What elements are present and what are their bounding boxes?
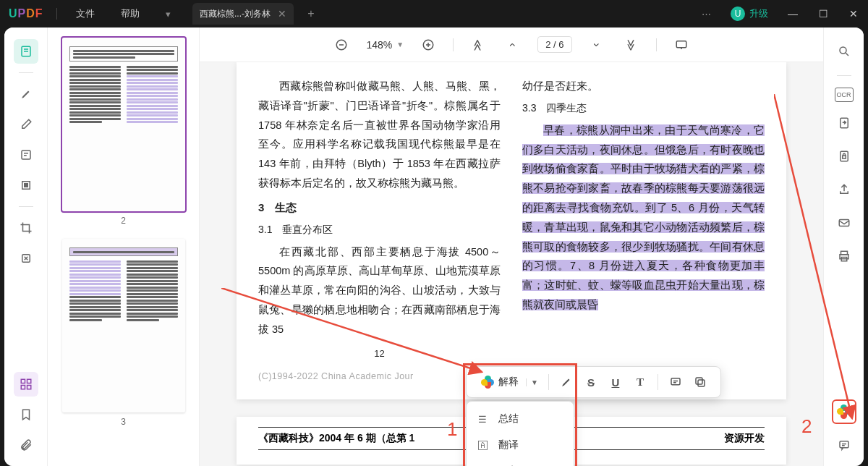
page-content: 西藏棕熊曾称叫做藏马熊、人熊、马熊、黑，藏语译音"折蒙"、门巴语译音"折冬"。棕… <box>237 62 786 399</box>
subsection-heading: 3.3 四季生态 <box>522 99 765 118</box>
ai-explain-button[interactable]: 解释 <box>475 376 524 389</box>
svg-rect-11 <box>676 41 686 47</box>
ai-petal-icon <box>481 376 494 389</box>
list-icon: ☰ <box>478 414 490 425</box>
next-page-button[interactable]: › <box>587 35 607 55</box>
menu-file[interactable]: 文件 <box>63 0 108 27</box>
upgrade-button[interactable]: U 升级 <box>722 7 777 21</box>
subsection-heading: 3.1 垂直分布区 <box>258 221 501 240</box>
shape-tool-icon[interactable] <box>14 173 38 198</box>
add-tab-button[interactable]: + <box>304 7 318 21</box>
journal-title: 《西藏科技》2004 年 6 期（总第 1 <box>258 432 414 445</box>
svg-rect-23 <box>696 378 702 384</box>
section-heading: 3 生态 <box>258 198 501 218</box>
viewer-toolbar: 148%▼ ≪ ‹ 2 / 6 › ≫ <box>200 27 823 62</box>
svg-rect-7 <box>21 386 25 389</box>
menu-help[interactable]: 帮助 <box>108 0 153 27</box>
ocr-icon[interactable]: OCR <box>835 88 854 102</box>
prev-page-button[interactable]: ‹ <box>503 35 523 55</box>
upgrade-label: 升级 <box>749 7 768 20</box>
document-tab[interactable]: 西藏棕熊...-刘务林 ✕ <box>192 3 294 25</box>
title-bar: UPDF 文件 帮助 ▾ 西藏棕熊...-刘务林 ✕ + ⋯ U 升级 ― ☐ … <box>0 0 868 27</box>
compress-tool-icon[interactable] <box>14 246 38 271</box>
copy-button[interactable] <box>689 370 712 394</box>
paragraph: 幼仔是否赶来。 <box>522 77 765 96</box>
svg-point-12 <box>840 47 846 54</box>
pen-tool-icon[interactable] <box>14 112 38 137</box>
highlighted-paragraph: 早春，棕熊从洞中出来，由于天气尚寒冷，它们多白天活动，夜间休息。但饿急后，有时夜… <box>522 121 765 315</box>
text-tool-icon[interactable] <box>14 143 38 167</box>
crop-tool-icon[interactable] <box>14 216 38 240</box>
underline-button[interactable]: U <box>604 370 627 394</box>
svg-rect-15 <box>842 156 846 158</box>
ai-petal-icon <box>837 404 851 419</box>
svg-rect-5 <box>21 379 25 383</box>
translate-icon: 🄰 <box>478 440 490 451</box>
left-tool-rail <box>4 27 48 466</box>
svg-rect-3 <box>24 184 27 187</box>
thumbnail-number: 3 <box>121 417 126 427</box>
close-icon[interactable]: ✕ <box>278 8 286 20</box>
journal-section: 资源开发 <box>724 432 765 445</box>
ai-explain-item[interactable]: 💬 解释 <box>467 458 574 466</box>
zoom-in-button[interactable] <box>418 35 438 55</box>
convert-icon[interactable] <box>832 111 856 135</box>
presentation-button[interactable] <box>671 35 692 55</box>
paragraph: 在西藏北部、西部主要栖息于海拔 4500～5500m 的高原草原、高山草甸草原、… <box>258 242 501 339</box>
ai-dropdown-menu: ☰ 总结 🄰 翻译 💬 解释 <box>466 401 574 466</box>
selection-toolbar: 解释 ▼ S U T <box>466 366 721 398</box>
note-button[interactable] <box>664 370 687 394</box>
ai-dropdown-button[interactable]: ▼ <box>526 378 542 386</box>
last-page-button[interactable]: ≫ <box>621 35 642 55</box>
text-button[interactable]: T <box>629 370 652 394</box>
svg-rect-16 <box>839 220 849 226</box>
page-number: 12 <box>258 345 501 363</box>
print-icon[interactable] <box>832 244 856 268</box>
strikethrough-button[interactable]: S <box>579 370 603 394</box>
first-page-button[interactable]: ≪ <box>468 35 488 55</box>
svg-rect-6 <box>27 379 30 383</box>
ai-summarize-item[interactable]: ☰ 总结 <box>467 406 574 432</box>
attachment-icon[interactable] <box>14 433 38 457</box>
email-icon[interactable] <box>832 211 856 235</box>
explain-label: 解释 <box>498 376 519 389</box>
thumbnail-number: 2 <box>121 216 126 226</box>
left-column: 西藏棕熊曾称叫做藏马熊、人熊、马熊、黑，藏语译音"折蒙"、门巴语译音"折冬"。棕… <box>258 77 501 385</box>
copyright-footer: (C)1994-2022 China Academic Jour <box>258 368 501 385</box>
zoom-out-button[interactable] <box>331 35 352 55</box>
comments-icon[interactable] <box>832 433 856 457</box>
ai-translate-item[interactable]: 🄰 翻译 <box>467 432 574 458</box>
svg-rect-22 <box>698 380 705 386</box>
separator <box>56 8 57 20</box>
share-icon[interactable] <box>832 177 856 202</box>
highlight-button[interactable] <box>555 370 578 394</box>
right-column: 幼仔是否赶来。 3.3 四季生态 早春，棕熊从洞中出来，由于天气尚寒冷，它们多白… <box>522 77 765 385</box>
menu-more[interactable]: ▾ <box>153 0 184 27</box>
reader-tool-icon[interactable] <box>14 39 38 64</box>
page-thumbnail[interactable] <box>62 38 185 211</box>
page-thumbnail[interactable] <box>62 239 185 412</box>
app-logo: UPDF <box>0 7 51 20</box>
titlebar-more-button[interactable]: ⋯ <box>692 0 720 27</box>
thumbnails-panel-icon[interactable] <box>14 372 38 397</box>
close-button[interactable]: ✕ <box>839 0 868 27</box>
avatar: U <box>731 7 745 21</box>
bookmark-icon[interactable] <box>14 402 38 427</box>
minimize-button[interactable]: ― <box>778 0 807 27</box>
highlighter-tool-icon[interactable] <box>14 82 38 106</box>
paragraph: 西藏棕熊曾称叫做藏马熊、人熊、马熊、黑，藏语译音"折蒙"、门巴语译音"折冬"。棕… <box>258 77 501 193</box>
svg-rect-8 <box>27 386 30 389</box>
ai-assistant-button[interactable] <box>832 399 856 424</box>
zoom-level[interactable]: 148%▼ <box>366 39 404 51</box>
thumbnail-panel: 2 3 <box>48 27 200 466</box>
maximize-button[interactable]: ☐ <box>809 0 838 27</box>
tab-title: 西藏棕熊...-刘务林 <box>200 8 271 20</box>
search-icon[interactable] <box>832 39 856 64</box>
page-input[interactable]: 2 / 6 <box>537 36 571 53</box>
right-tool-rail: OCR <box>823 27 864 466</box>
protect-icon[interactable] <box>832 144 856 169</box>
